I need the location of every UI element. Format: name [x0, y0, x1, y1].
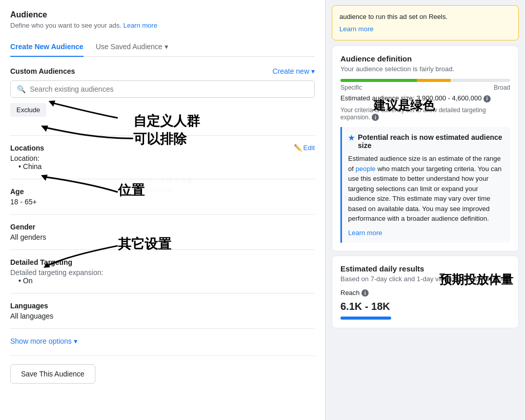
- estimated-daily-card: Estimated daily results Based on 7-day c…: [332, 256, 519, 329]
- est-daily-title: Estimated daily results: [340, 264, 510, 273]
- audience-def-subtitle: Your audience selection is fairly broad.: [340, 65, 510, 73]
- potential-reach-body: Estimated audience size is an estimate o…: [348, 154, 504, 224]
- divider: [10, 214, 315, 215]
- save-audience-button[interactable]: Save This Audience: [10, 364, 95, 384]
- annotation-arrows: [0, 0, 325, 420]
- estimated-audience-size: Estimated audience size: 3,900,000 - 4,6…: [340, 94, 510, 102]
- bar-yellow-segment: [417, 79, 451, 82]
- audience-learn-more-link[interactable]: Learn more: [123, 22, 157, 29]
- audience-def-title: Audience definition: [340, 54, 510, 63]
- svg-marker-0: [49, 100, 55, 107]
- detailed-targeting-sublabel: Detailed targeting expansion:: [10, 268, 315, 277]
- audience-section-title: Audience: [10, 10, 315, 19]
- info-icon[interactable]: i: [483, 95, 491, 102]
- divider: [10, 249, 315, 250]
- bar-specific-label: Specific: [340, 84, 362, 91]
- location-value: China: [10, 162, 42, 171]
- age-section: Age 18 - 65+: [10, 187, 315, 206]
- divider: [10, 328, 315, 329]
- annotation-custom-audiences: 自定义人群: [133, 113, 200, 130]
- reach-label: Reach i: [340, 289, 510, 297]
- languages-value: All languages: [10, 312, 315, 320]
- create-new-button[interactable]: Create new ▾: [272, 67, 315, 75]
- tab-create-new-audience[interactable]: Create New Audience: [10, 37, 84, 57]
- gender-value: All genders: [10, 233, 315, 241]
- criteria-note: Your criteria is currently set to allow …: [340, 107, 510, 121]
- pencil-icon: ✏️: [294, 144, 302, 152]
- languages-section: Languages All languages: [10, 302, 315, 320]
- detailed-targeting-section: Detailed Targeting Detailed targeting ex…: [10, 258, 315, 285]
- location-edit-link[interactable]: ✏️ Edit: [294, 144, 315, 152]
- reels-notice-card: audience to run this ad set on Reels. Le…: [332, 5, 519, 40]
- chevron-down-icon: ▾: [311, 67, 315, 75]
- search-input[interactable]: [30, 85, 308, 93]
- divider: [10, 135, 315, 136]
- divider: [10, 179, 315, 179]
- age-label: Age: [10, 187, 315, 196]
- info-icon-criteria[interactable]: i: [372, 114, 379, 121]
- divider: [10, 293, 315, 293]
- divider: [10, 355, 315, 356]
- custom-audiences-label: Custom Audiences: [10, 67, 75, 75]
- reach-bar: [340, 317, 391, 320]
- reach-value: 6.1K - 18K: [340, 301, 510, 312]
- svg-marker-2: [41, 175, 48, 181]
- people-link[interactable]: people: [355, 165, 375, 173]
- est-daily-subtitle: Based on 7-day click and 1-day view conv…: [340, 275, 510, 283]
- chevron-down-icon: ▾: [74, 337, 77, 345]
- detailed-targeting-label: Detailed Targeting: [10, 258, 315, 266]
- search-icon: 🔍: [17, 85, 26, 93]
- chevron-down-icon: ▾: [165, 43, 168, 51]
- bar-green-segment: [340, 79, 417, 82]
- potential-reach-box: ★ Potential reach is now estimated audie…: [340, 127, 510, 243]
- audience-breadth-bar: Specific Broad: [340, 79, 510, 91]
- audience-tabs: Create New Audience Use Saved Audience ▾: [10, 37, 315, 57]
- gender-label: Gender: [10, 223, 315, 231]
- age-value: 18 - 65+: [10, 198, 315, 206]
- info-icon-reach[interactable]: i: [361, 289, 369, 297]
- svg-marker-1: [41, 125, 48, 132]
- audience-section-subtitle: Define who you want to see your ads. Lea…: [10, 22, 315, 29]
- tab-use-saved-audience[interactable]: Use Saved Audience ▾: [96, 37, 168, 57]
- right-panel: audience to run this ad set on Reels. Le…: [326, 0, 525, 420]
- audience-definition-card: Audience definition Your audience select…: [332, 46, 519, 251]
- potential-reach-title-text: Potential reach is now estimated audienc…: [358, 133, 504, 150]
- languages-label: Languages: [10, 302, 315, 310]
- bar-broad-label: Broad: [494, 84, 510, 91]
- custom-audiences-header: Custom Audiences Create new ▾: [10, 67, 315, 75]
- locations-label: Locations: [10, 144, 44, 152]
- show-more-options-button[interactable]: Show more options ▾: [10, 337, 77, 345]
- custom-audiences-search-box[interactable]: 🔍: [10, 80, 315, 98]
- learn-more-potential-link[interactable]: Learn more: [348, 229, 504, 237]
- locations-section: Locations Location: China ✏️ Edit: [10, 144, 315, 171]
- learn-more-top-link[interactable]: Learn more: [339, 24, 511, 34]
- location-field: Location:: [10, 154, 39, 162]
- detailed-targeting-value: On: [10, 277, 315, 285]
- star-icon: ★: [348, 134, 355, 142]
- exclude-button[interactable]: Exclude: [10, 103, 46, 117]
- gender-section: Gender All genders: [10, 223, 315, 241]
